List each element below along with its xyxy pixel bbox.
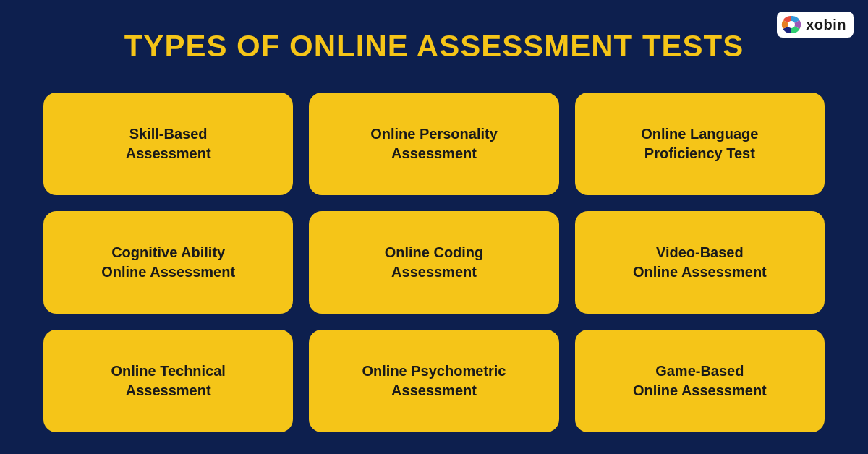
card-label-6: Video-BasedOnline Assessment <box>633 243 767 282</box>
card-label-5: Online CodingAssessment <box>385 243 484 282</box>
card-label-2: Online PersonalityAssessment <box>370 124 498 163</box>
page-title: TYPES OF ONLINE ASSESSMENT TESTS <box>124 29 744 64</box>
card-psychometric[interactable]: Online PsychometricAssessment <box>309 330 558 432</box>
card-skill-based[interactable]: Skill-BasedAssessment <box>43 93 293 195</box>
cards-grid: Skill-BasedAssessment Online Personality… <box>43 93 825 432</box>
card-label-9: Game-BasedOnline Assessment <box>633 361 767 401</box>
card-game-based[interactable]: Game-BasedOnline Assessment <box>575 330 825 432</box>
logo-area: xobin <box>777 12 854 38</box>
card-label-1: Skill-BasedAssessment <box>126 124 211 163</box>
card-video-based[interactable]: Video-BasedOnline Assessment <box>575 211 825 314</box>
card-label-3: Online LanguageProficiency Test <box>641 124 758 163</box>
card-online-personality[interactable]: Online PersonalityAssessment <box>309 93 558 195</box>
card-online-technical[interactable]: Online TechnicalAssessment <box>43 330 293 432</box>
card-cognitive-ability[interactable]: Cognitive AbilityOnline Assessment <box>43 211 293 314</box>
card-online-coding[interactable]: Online CodingAssessment <box>309 211 558 314</box>
xobin-logo-icon <box>781 14 801 35</box>
card-label-8: Online PsychometricAssessment <box>362 361 506 401</box>
svg-point-1 <box>788 21 795 28</box>
page-container: xobin TYPES OF ONLINE ASSESSMENT TESTS S… <box>0 0 868 454</box>
card-label-4: Cognitive AbilityOnline Assessment <box>101 243 235 282</box>
card-label-7: Online TechnicalAssessment <box>111 361 226 401</box>
logo-text: xobin <box>806 17 846 33</box>
card-language-proficiency[interactable]: Online LanguageProficiency Test <box>575 93 825 195</box>
